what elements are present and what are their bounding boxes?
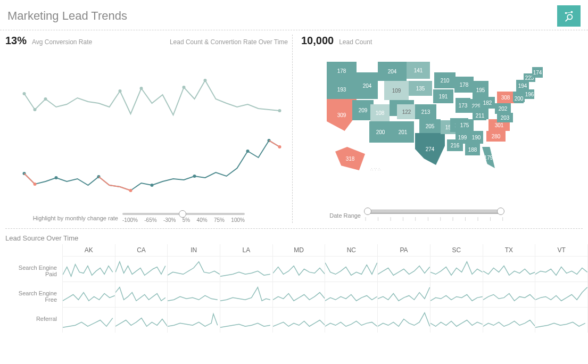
spark[interactable] bbox=[115, 282, 168, 307]
spark[interactable] bbox=[325, 307, 378, 333]
state-al[interactable]: 188 bbox=[465, 144, 480, 155]
state-oh2[interactable]: 200 bbox=[514, 94, 524, 103]
spark[interactable] bbox=[378, 307, 430, 333]
col-hdr: NC bbox=[325, 244, 378, 256]
spark[interactable] bbox=[535, 307, 588, 333]
change-slider-thumb[interactable] bbox=[179, 210, 186, 218]
conversion-chart[interactable] bbox=[5, 51, 288, 211]
col-hdr: MD bbox=[273, 244, 326, 256]
spark[interactable] bbox=[220, 307, 273, 333]
spark[interactable] bbox=[430, 256, 483, 282]
svg-line-1 bbox=[566, 19, 568, 22]
spark-grid: AK CA IN LA MD NC PA SC TX VT Search Eng… bbox=[5, 244, 588, 333]
spark[interactable] bbox=[430, 307, 483, 333]
state-id[interactable]: 204 bbox=[357, 72, 378, 99]
state-nm[interactable]: 200 bbox=[369, 121, 392, 143]
date-slider-thumb-left[interactable] bbox=[364, 208, 371, 215]
svg-point-14 bbox=[55, 176, 58, 179]
state-ia[interactable]: 191 bbox=[433, 89, 453, 103]
spark[interactable] bbox=[378, 256, 430, 282]
spark[interactable] bbox=[168, 307, 220, 333]
col-hdr: VT bbox=[535, 244, 588, 256]
state-sd[interactable]: 135 bbox=[409, 81, 432, 96]
col-hdr: PA bbox=[378, 244, 430, 256]
state-az[interactable]: 201 bbox=[392, 121, 414, 143]
axis-tick: 75% bbox=[214, 217, 225, 223]
axis-tick: -65% bbox=[144, 217, 156, 223]
spark[interactable] bbox=[168, 256, 220, 282]
state-ks[interactable]: 213 bbox=[415, 104, 436, 119]
state-ga[interactable]: 190 bbox=[469, 131, 483, 144]
state-wv[interactable]: 182 bbox=[480, 97, 495, 109]
state-or[interactable]: 193 bbox=[327, 80, 357, 99]
state-ky[interactable]: 175 bbox=[456, 119, 474, 131]
state-sc[interactable]: 280 bbox=[486, 131, 506, 142]
state-ct[interactable]: 196 bbox=[525, 89, 534, 99]
state-ok[interactable]: 205 bbox=[419, 119, 441, 133]
spark[interactable] bbox=[535, 282, 588, 307]
spark[interactable] bbox=[273, 307, 326, 333]
svg-point-16 bbox=[151, 184, 154, 187]
svg-point-22 bbox=[278, 145, 281, 148]
date-slider-label: Date Range bbox=[301, 212, 365, 219]
spark[interactable] bbox=[325, 256, 378, 282]
state-mt[interactable]: 204 bbox=[378, 62, 407, 81]
state-va[interactable]: 202 bbox=[495, 103, 511, 114]
conversion-subtitle: Lead Count & Convertion Rate Over Time bbox=[170, 38, 288, 46]
spark[interactable] bbox=[220, 256, 273, 282]
zoom-button[interactable] bbox=[557, 5, 581, 27]
date-slider[interactable]: |||||||||||| bbox=[365, 210, 503, 221]
state-ms[interactable]: 216 bbox=[447, 139, 463, 151]
spark[interactable] bbox=[168, 282, 220, 307]
svg-point-20 bbox=[34, 183, 37, 186]
state-wa[interactable]: 178 bbox=[327, 62, 357, 80]
state-tx[interactable]: 274 bbox=[415, 133, 445, 165]
spark[interactable] bbox=[483, 307, 536, 333]
svg-point-9 bbox=[140, 87, 143, 90]
svg-point-17 bbox=[193, 175, 196, 178]
kpi-conversion-label: Avg Conversion Rate bbox=[32, 38, 92, 46]
svg-point-11 bbox=[204, 79, 207, 82]
svg-point-18 bbox=[246, 150, 250, 153]
state-wy[interactable]: 141 bbox=[407, 62, 430, 79]
state-md[interactable]: 203 bbox=[497, 113, 513, 122]
spark[interactable] bbox=[483, 256, 536, 282]
state-mn[interactable]: 210 bbox=[434, 72, 456, 88]
spark[interactable] bbox=[378, 282, 430, 307]
spark[interactable] bbox=[325, 282, 378, 307]
state-nd[interactable]: 109 bbox=[384, 81, 409, 100]
state-ak[interactable]: 318 bbox=[335, 147, 365, 170]
col-hdr: LA bbox=[220, 244, 273, 256]
spark[interactable] bbox=[63, 307, 115, 333]
spark[interactable] bbox=[483, 282, 536, 307]
state-wi[interactable]: 178 bbox=[454, 77, 474, 93]
spark[interactable] bbox=[115, 256, 168, 282]
state-in[interactable]: 173 bbox=[456, 98, 470, 113]
spark[interactable] bbox=[63, 256, 115, 282]
col-hdr: AK bbox=[63, 244, 115, 256]
spark[interactable] bbox=[273, 256, 326, 282]
state-hi[interactable]: ∴ ∵ ∴ bbox=[370, 167, 380, 172]
change-slider[interactable]: -100% -65% -30% 5% 40% 75% 100% bbox=[122, 213, 245, 223]
spark[interactable] bbox=[115, 307, 168, 333]
state-pa[interactable]: 308 bbox=[497, 92, 514, 103]
row-lbl: Search Engine Paid bbox=[5, 256, 63, 282]
state-ne[interactable]: 122 bbox=[397, 104, 416, 119]
spark[interactable] bbox=[535, 256, 588, 282]
row-lbl: Referral bbox=[5, 307, 63, 333]
conversion-panel: 13% Avg Conversion Rate Lead Count & Con… bbox=[5, 35, 293, 223]
state-ut[interactable]: 108 bbox=[370, 104, 390, 121]
spark[interactable] bbox=[430, 282, 483, 307]
us-map[interactable]: 178 193 309 204 209 108 204 141 109 135 … bbox=[301, 51, 583, 200]
date-slider-thumb-right[interactable] bbox=[497, 208, 504, 215]
state-mi[interactable]: 195 bbox=[473, 81, 488, 99]
spark[interactable] bbox=[220, 282, 273, 307]
svg-point-5 bbox=[23, 92, 26, 95]
spark[interactable] bbox=[273, 282, 326, 307]
state-vt[interactable]: 174 bbox=[532, 67, 543, 78]
svg-point-10 bbox=[183, 86, 186, 89]
kpi-leadcount-label: Lead Count bbox=[339, 38, 372, 46]
spark[interactable] bbox=[63, 282, 115, 307]
state-il[interactable]: 211 bbox=[474, 111, 486, 120]
state-fl[interactable]: 179 bbox=[482, 147, 495, 168]
